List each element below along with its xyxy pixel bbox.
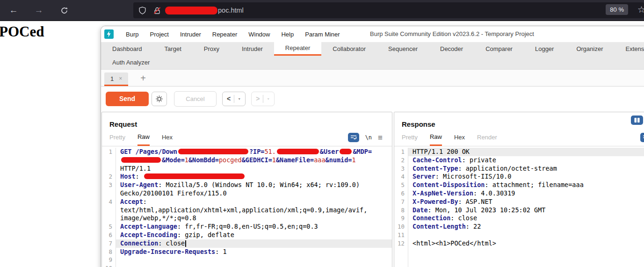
tab-sequencer[interactable]: Sequencer [377, 42, 429, 56]
menu-param-miner[interactable]: Param Miner [305, 31, 340, 38]
menu-intruder[interactable]: Intruder [180, 31, 201, 38]
repeater-tab-label: 1 [110, 75, 114, 82]
response-view-tab-pretty[interactable]: Pretty [402, 129, 418, 146]
request-raw-text[interactable]: GET /Pages/Down?IP=51.&User&MDP=&Mode=1&… [116, 148, 392, 267]
request-editor: 12345678910 GET /Pages/Down?IP=51.&User&… [102, 146, 392, 267]
code-line[interactable]: HTTP/1.1 200 OK [408, 148, 644, 156]
secondary-tab-bar: Auth Analyzer [101, 56, 644, 70]
line-number: 3 [102, 181, 112, 189]
settings-gear-button[interactable] [152, 92, 167, 106]
code-line[interactable] [116, 256, 392, 264]
code-line[interactable]: Accept-Encoding: gzip, deflate [116, 231, 392, 239]
request-view-tab-hex[interactable]: Hex [162, 129, 173, 146]
response-raw-text[interactable]: HTTP/1.1 200 OKCache-Control: privateCon… [408, 148, 644, 267]
code-line[interactable] [408, 231, 644, 239]
history-forward-button[interactable]: > ▼ [251, 92, 275, 106]
message-panels: Request PrettyRawHex \n ≡ 12345678910 GE… [101, 111, 644, 267]
code-line[interactable]: HTTP/1.1 [116, 165, 392, 173]
code-line[interactable]: image/webp,*/*;q=0.8 [116, 214, 392, 223]
menu-window[interactable]: Window [248, 31, 270, 38]
tab-dashboard[interactable]: Dashboard [101, 42, 153, 56]
code-line[interactable]: text/html,application/xhtml+xml,applicat… [116, 206, 392, 215]
main-tab-bar: DashboardTargetProxyIntruderRepeaterColl… [101, 42, 644, 56]
line-number [102, 214, 112, 223]
tab-collaborator[interactable]: Collaborator [321, 42, 377, 56]
forward-button[interactable]: → [32, 3, 46, 17]
tab-extensions[interactable]: Extensions [615, 42, 644, 56]
menu-list: BurpProjectIntruderRepeaterWindowHelpPar… [114, 31, 340, 38]
code-line[interactable]: Accept: [116, 198, 392, 206]
url-bar[interactable]: poc.html 80 % ☆ [133, 2, 644, 18]
code-line[interactable] [116, 264, 392, 267]
response-view-tab-hex[interactable]: Hex [454, 129, 465, 146]
code-line[interactable]: Content-Length: 22 [408, 223, 644, 231]
code-line[interactable]: User-Agent: Mozilla/5.0 (Windows NT 10.0… [116, 181, 392, 189]
response-view-tab-raw[interactable]: Raw [430, 129, 442, 146]
code-line[interactable]: Cache-Control: private [408, 156, 644, 165]
tab-decoder[interactable]: Decoder [429, 42, 474, 56]
menu-repeater[interactable]: Repeater [212, 31, 237, 38]
tab-close-icon[interactable]: × [119, 75, 122, 82]
code-line[interactable]: Accept-Language: fr,fr-FR;q=0.8,en-US;q=… [116, 223, 392, 231]
tab-proxy[interactable]: Proxy [193, 42, 231, 56]
insecure-lock-icon[interactable] [151, 4, 163, 16]
cancel-button[interactable]: Cancel [174, 91, 217, 107]
wrap-toggle-icon[interactable] [640, 133, 644, 142]
editor-menu-icon[interactable]: ≡ [378, 134, 383, 142]
response-view-tab-render[interactable]: Render [477, 129, 497, 146]
shield-icon[interactable] [136, 4, 148, 16]
tab-target[interactable]: Target [153, 42, 193, 56]
divider [263, 95, 263, 103]
reload-button[interactable] [57, 3, 71, 17]
request-view-tab-raw[interactable]: Raw [137, 129, 150, 146]
repeater-tab-1[interactable]: 1 × [104, 72, 128, 86]
menu-project[interactable]: Project [150, 31, 168, 38]
line-number: 5 [102, 223, 112, 231]
code-line[interactable]: Server: Microsoft-IIS/10.0 [408, 173, 644, 181]
url-redaction [165, 7, 217, 14]
code-line[interactable]: GET /Pages/Down?IP=51.&User&MDP= [116, 148, 392, 156]
code-line[interactable]: Connection: close [116, 239, 392, 248]
line-number: 6 [102, 231, 112, 239]
code-line[interactable]: &Mode=1&NomBdd=pocged&GEDHCI=1&NameFile=… [116, 156, 392, 165]
line-number: 10 [394, 223, 405, 231]
request-view-tab-pretty[interactable]: Pretty [109, 129, 125, 146]
text-caret [185, 240, 186, 247]
code-line[interactable]: Gecko/20100101 Firefox/115.0 [116, 189, 392, 198]
window-title: Burp Suite Community Edition v2023.6.2 -… [370, 26, 534, 42]
line-number: 8 [102, 248, 112, 256]
menu-burp[interactable]: Burp [126, 31, 138, 38]
send-button[interactable]: Send [106, 92, 149, 106]
code-line[interactable]: Host: [116, 173, 392, 181]
tab-auth-analyzer[interactable]: Auth Analyzer [101, 56, 161, 69]
new-tab-button[interactable]: + [140, 73, 146, 83]
tab-repeater[interactable]: Repeater [274, 42, 321, 56]
response-panel-title: Response [394, 112, 644, 129]
newline-display-icon[interactable]: \n [365, 134, 372, 141]
code-line[interactable]: <html><h1>POCed</html> [408, 239, 644, 248]
tab-logger[interactable]: Logger [524, 42, 565, 56]
zoom-level-badge[interactable]: 80 % [606, 4, 628, 15]
code-line[interactable]: Date: Mon, 10 Jul 2023 10:25:02 GMT [408, 206, 644, 215]
dropdown-caret-icon[interactable]: ▼ [238, 97, 241, 101]
code-line[interactable]: Connection: close [408, 214, 644, 223]
dropdown-caret-icon[interactable]: ▼ [267, 97, 270, 101]
history-back-button[interactable]: < ▼ [222, 92, 246, 106]
back-button[interactable]: ← [7, 3, 21, 17]
wrap-toggle-icon[interactable] [348, 133, 359, 142]
redaction [121, 157, 161, 163]
menu-help[interactable]: Help [281, 31, 294, 38]
split-columns-icon[interactable] [631, 115, 643, 125]
code-line[interactable]: Upgrade-Insecure-Requests: 1 [116, 248, 392, 256]
code-line[interactable]: X-Powered-By: ASP.NET [408, 198, 644, 206]
code-line[interactable]: Content-Disposition: attachment; filenam… [408, 181, 644, 189]
redaction [340, 149, 352, 154]
browser-toolbar: ← → poc.html 80 % ☆ [0, 0, 644, 21]
tab-organizer[interactable]: Organizer [565, 42, 614, 56]
redaction [144, 173, 245, 179]
tab-intruder[interactable]: Intruder [231, 42, 274, 56]
bookmark-star-icon[interactable]: ☆ [637, 4, 644, 15]
tab-comparer[interactable]: Comparer [474, 42, 524, 56]
code-line[interactable]: Content-Type: application/octet-stream [408, 165, 644, 173]
code-line[interactable]: X-AspNet-Version: 4.0.30319 [408, 189, 644, 198]
